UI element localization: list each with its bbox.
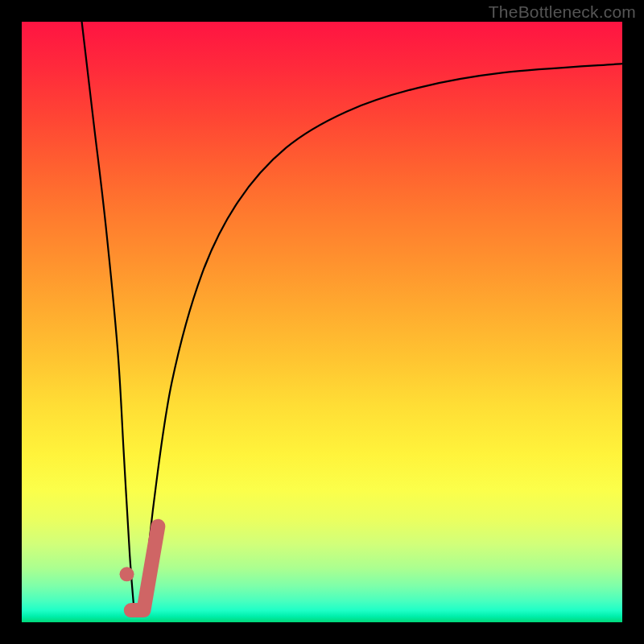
curves-svg [22,22,622,622]
optimum-dot-icon [120,567,134,581]
curve-left-branch [82,22,135,617]
curve-right-branch [142,64,622,616]
optimum-tick-icon [131,526,159,610]
plot-area [22,22,622,622]
chart-frame: TheBottleneck.com [0,0,644,644]
attribution-label: TheBottleneck.com [489,2,636,22]
